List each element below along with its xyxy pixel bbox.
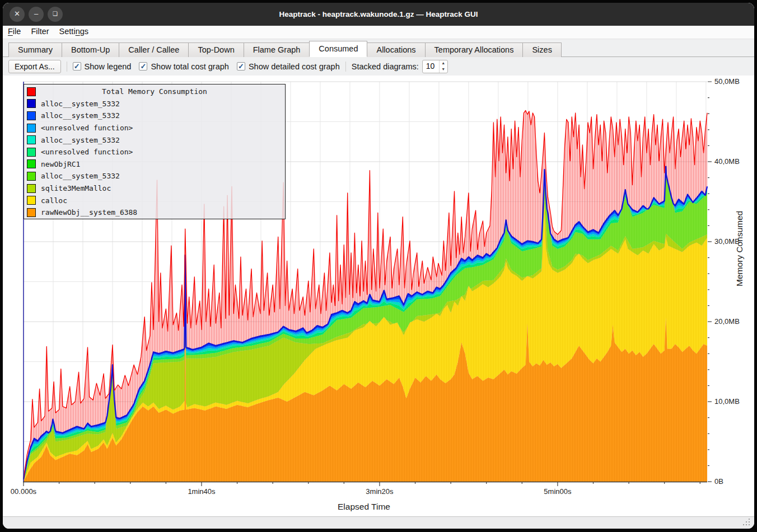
legend-item: alloc__system_5332 <box>24 98 285 110</box>
legend-color-swatch <box>27 196 36 205</box>
legend-item: newObjRC1 <box>24 158 285 171</box>
window-title: Heaptrack - heaptrack.wakunode.1.gz — He… <box>3 3 754 26</box>
legend-item: alloc__system_5332 <box>24 134 285 146</box>
tab-consumed[interactable]: Consumed <box>309 41 367 57</box>
memory-consumption-chart[interactable]: Total Memory Consumptionalloc__system_53… <box>3 76 754 516</box>
legend-label: alloc__system_5332 <box>41 172 120 180</box>
x-tick-label: 00.000s <box>3 487 49 496</box>
legend-item: <unresolved function> <box>24 122 285 134</box>
checkbox-check-icon[interactable]: ✓ <box>73 62 81 70</box>
menu-item-filter[interactable]: Filter <box>26 26 54 37</box>
tab-temporary-allocations[interactable]: Temporary Allocations <box>425 43 523 58</box>
x-tick-label: 1min40s <box>176 487 227 496</box>
legend-label: calloc <box>41 196 67 205</box>
y-tick-label: 0B <box>714 477 754 486</box>
legend-color-swatch <box>27 148 36 157</box>
legend-item: <unresolved function> <box>24 146 285 158</box>
title-bar[interactable]: ✕ – ❏ Heaptrack - heaptrack.wakunode.1.g… <box>3 3 754 26</box>
legend-label: <unresolved function> <box>41 148 133 156</box>
checkbox-label: Show total cost graph <box>151 62 228 71</box>
checkbox-label: Show legend <box>85 62 132 71</box>
checkbox-show-total-cost-graph[interactable]: ✓Show total cost graph <box>139 62 228 71</box>
legend-color-swatch <box>27 124 36 133</box>
y-tick-label: 20,0MB <box>714 317 754 326</box>
checkbox-show-legend[interactable]: ✓Show legend <box>73 62 132 71</box>
legend-item: sqlite3MemMalloc <box>24 182 285 195</box>
tab-top-down[interactable]: Top-Down <box>188 43 243 58</box>
tab-bar: SummaryBottom-UpCaller / CalleeTop-DownF… <box>3 39 754 57</box>
menu-item-settings[interactable]: Settings <box>54 26 94 37</box>
tab-flame-graph[interactable]: Flame Graph <box>244 43 310 58</box>
toolbar-separator <box>67 62 67 72</box>
legend-color-swatch <box>27 159 36 168</box>
legend-label: alloc__system_5332 <box>41 111 120 120</box>
stacked-diagrams-label: Stacked diagrams: <box>352 62 419 71</box>
spinner-up-icon[interactable]: ▲ <box>440 60 447 67</box>
resize-grip[interactable] <box>743 519 751 526</box>
x-tick-label: 5min00s <box>532 487 583 496</box>
chart-legend: Total Memory Consumptionalloc__system_53… <box>24 84 286 219</box>
app-window: ✕ – ❏ Heaptrack - heaptrack.wakunode.1.g… <box>3 3 754 529</box>
legend-item: calloc <box>24 194 285 206</box>
toolbar: Export As... ✓Show legend✓Show total cos… <box>3 57 754 76</box>
y-axis-title: Memory Consumed <box>735 275 745 286</box>
tab-bottom-up[interactable]: Bottom-Up <box>62 43 119 58</box>
tab-sizes[interactable]: Sizes <box>522 43 561 58</box>
checkbox-show-detailed-cost-graph[interactable]: ✓Show detailed cost graph <box>237 62 340 71</box>
legend-label: alloc__system_5332 <box>41 136 120 144</box>
stacked-diagrams-value[interactable]: 10 <box>423 60 439 73</box>
legend-item: Total Memory Consumption <box>24 86 285 98</box>
legend-color-swatch <box>27 172 36 181</box>
menu-item-file[interactable]: File <box>3 26 26 37</box>
legend-item: alloc__system_5332 <box>24 170 285 182</box>
spinner-down-icon[interactable]: ▼ <box>440 67 447 73</box>
menu-bar: FileFilterSettings <box>3 26 754 39</box>
legend-item: alloc__system_5332 <box>24 110 285 122</box>
tab-allocations[interactable]: Allocations <box>367 43 424 58</box>
legend-item: rawNewObj__system_6388 <box>24 206 285 219</box>
legend-label: <unresolved function> <box>41 124 133 132</box>
tab-summary[interactable]: Summary <box>8 43 62 58</box>
export-as-button[interactable]: Export As... <box>8 60 61 73</box>
toolbar-separator <box>345 62 346 72</box>
legend-color-swatch <box>27 111 36 120</box>
legend-color-swatch <box>27 135 36 144</box>
y-tick-label: 50,0MB <box>714 77 754 86</box>
legend-label: rawNewObj__system_6388 <box>41 208 137 216</box>
y-tick-label: 10,0MB <box>714 397 754 406</box>
legend-color-swatch <box>27 208 36 217</box>
tab-caller-callee[interactable]: Caller / Callee <box>119 43 188 58</box>
legend-label: sqlite3MemMalloc <box>41 184 111 192</box>
legend-label: Total Memory Consumption <box>24 87 285 96</box>
legend-label: newObjRC1 <box>41 160 80 168</box>
checkbox-label: Show detailed cost graph <box>249 62 340 71</box>
checkbox-check-icon[interactable]: ✓ <box>139 62 147 70</box>
status-bar <box>3 516 754 529</box>
y-tick-label: 40,0MB <box>714 157 754 166</box>
y-tick-label: 30,0MB <box>714 237 754 246</box>
x-axis-title: Elapsed Time <box>224 502 504 512</box>
legend-color-swatch <box>27 184 36 193</box>
legend-label: alloc__system_5332 <box>41 100 120 108</box>
x-tick-label: 3min20s <box>354 487 405 496</box>
checkbox-check-icon[interactable]: ✓ <box>237 62 245 70</box>
stacked-diagrams-spinner[interactable]: 10 ▲ ▼ <box>422 60 448 73</box>
legend-color-swatch <box>27 99 36 108</box>
